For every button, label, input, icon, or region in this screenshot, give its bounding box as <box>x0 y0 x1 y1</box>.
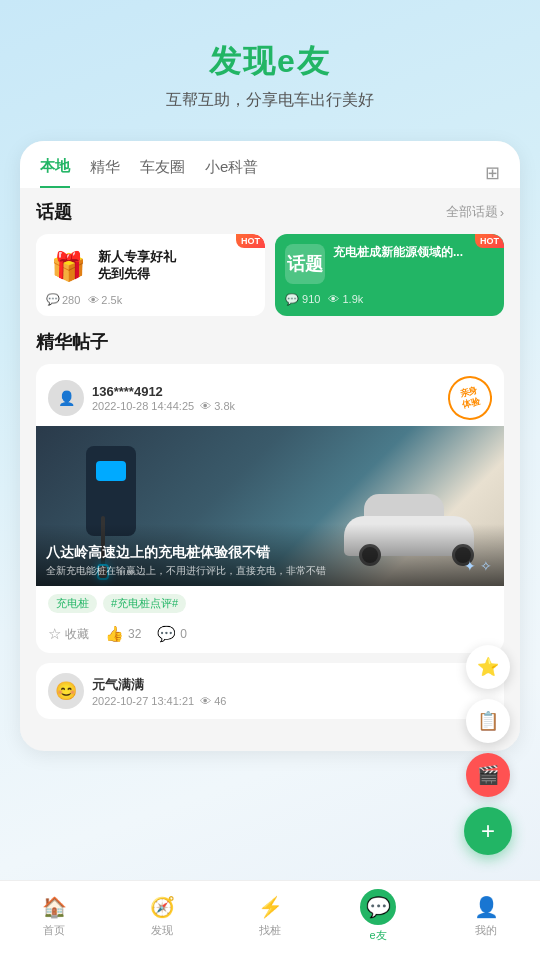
fab-video-icon: 🎬 <box>477 764 499 786</box>
main-card: 本地 精华 车友圈 小e科普 ⊞ 话题 全部话题 › HOT 🎁 新人专享好礼 <box>20 141 520 751</box>
topic-1-content: 🎁 新人专享好礼 先到先得 <box>46 244 255 288</box>
post-1-actions: ☆ 收藏 👍 32 💬 0 <box>36 619 504 653</box>
page-subtitle: 互帮互助，分享电车出行美好 <box>20 90 520 111</box>
fab-container: ⭐ 📋 🎬 + <box>464 645 512 855</box>
discover-icon: 🧭 <box>149 894 175 920</box>
fab-edit-button[interactable]: 📋 <box>466 699 510 743</box>
fab-edit-icon: 📋 <box>477 710 499 732</box>
tag-charge[interactable]: 充电桩 <box>48 594 97 613</box>
hot-badge-1: HOT <box>236 234 265 248</box>
topics-more-link[interactable]: 全部话题 › <box>446 203 504 221</box>
topic-1-title-line2: 先到先得 <box>98 266 176 283</box>
hot-badge-2: HOT <box>475 234 504 248</box>
nav-find-charge[interactable]: ⚡ 找桩 <box>216 894 324 938</box>
topic-2-stats: 💬 910 👁 1.9k <box>285 293 494 306</box>
topics-row: HOT 🎁 新人专享好礼 先到先得 💬 280 👁 2.5k HOT 话 <box>36 234 504 316</box>
comment-icon: 💬 <box>157 625 176 643</box>
header-section: 发现e友 互帮互助，分享电车出行美好 <box>0 0 540 131</box>
post-1-overlay: 八达岭高速边上的充电桩体验很不错 全新充电能桩在输赢边上，不用进行评比，直接充电… <box>36 524 504 586</box>
post-1-author: 136****4912 <box>92 384 440 399</box>
tab-science[interactable]: 小e科普 <box>205 158 258 187</box>
post-2-author: 元气满满 <box>92 676 492 694</box>
post-2-avatar: 😊 <box>48 673 84 709</box>
nav-efriend-label: e友 <box>369 928 386 943</box>
posts-title: 精华帖子 <box>36 330 108 354</box>
post-card-2[interactable]: 😊 元气满满 2022-10-27 13:41:21 👁 46 <box>36 663 504 719</box>
nav-profile-label: 我的 <box>475 923 497 938</box>
tab-bar: 本地 精华 车友圈 小e科普 ⊞ <box>20 141 520 188</box>
post-1-stamp: 亲身体验 <box>443 371 497 425</box>
nav-home-label: 首页 <box>43 923 65 938</box>
post-1-image: 八达岭高速边上的充电桩体验很不错 全新充电能桩在输赢边上，不用进行评比，直接充电… <box>36 426 504 586</box>
fab-star-icon: ⭐ <box>477 656 499 678</box>
page-title: 发现e友 <box>20 40 520 84</box>
nav-discover[interactable]: 🧭 发现 <box>108 894 216 938</box>
efriend-icon: 💬 <box>360 889 396 925</box>
like-button[interactable]: 👍 32 <box>105 625 141 643</box>
topic-2-label: 话题 <box>285 244 325 284</box>
nav-profile[interactable]: 👤 我的 <box>432 894 540 938</box>
tab-elite[interactable]: 精华 <box>90 158 120 187</box>
nav-home[interactable]: 🏠 首页 <box>0 894 108 938</box>
tab-car-circle[interactable]: 车友圈 <box>140 158 185 187</box>
fab-star-button[interactable]: ⭐ <box>466 645 510 689</box>
gift-icon: 🎁 <box>46 244 90 288</box>
home-icon: 🏠 <box>41 894 67 920</box>
tab-local[interactable]: 本地 <box>40 157 70 188</box>
post-1-time: 2022-10-28 14:44:25 👁 3.8k <box>92 400 440 412</box>
topic-2-title: 充电桩成新能源领域的... <box>333 244 463 261</box>
topic-1-title-line1: 新人专享好礼 <box>98 249 176 266</box>
charge-icon: ⚡ <box>257 894 283 920</box>
topic-1-stats: 💬 280 👁 2.5k <box>46 293 255 306</box>
topics-section-header: 话题 全部话题 › <box>36 200 504 224</box>
content-area: 话题 全部话题 › HOT 🎁 新人专享好礼 先到先得 💬 280 <box>20 188 520 741</box>
fab-video-button[interactable]: 🎬 <box>466 753 510 797</box>
fab-add-button[interactable]: + <box>464 807 512 855</box>
post-card-1: 👤 136****4912 2022-10-28 14:44:25 👁 3.8k… <box>36 364 504 653</box>
bottom-nav: 🏠 首页 🧭 发现 ⚡ 找桩 💬 e友 👤 我的 <box>0 880 540 960</box>
grid-icon[interactable]: ⊞ <box>485 162 500 184</box>
posts-section-header: 精华帖子 <box>36 330 504 354</box>
collect-button[interactable]: ☆ 收藏 <box>48 625 89 643</box>
sparkle-icon: ✦ ✧ <box>464 558 492 574</box>
post-1-overlay-desc: 全新充电能桩在输赢边上，不用进行评比，直接充电，非常不错 <box>46 564 494 578</box>
topic-card-gift[interactable]: HOT 🎁 新人专享好礼 先到先得 💬 280 👁 2.5k <box>36 234 265 316</box>
post-1-header: 👤 136****4912 2022-10-28 14:44:25 👁 3.8k… <box>36 364 504 426</box>
post-1-tags: 充电桩 #充电桩点评# <box>36 586 504 619</box>
like-icon: 👍 <box>105 625 124 643</box>
post-1-overlay-title: 八达岭高速边上的充电桩体验很不错 <box>46 544 494 562</box>
nav-discover-label: 发现 <box>151 923 173 938</box>
posts-section: 精华帖子 👤 136****4912 2022-10-28 14:44:25 👁… <box>36 330 504 719</box>
fab-add-icon: + <box>481 817 495 845</box>
topics-title: 话题 <box>36 200 72 224</box>
topic-card-charge[interactable]: HOT 话题 充电桩成新能源领域的... 💬 910 👁 1.9k <box>275 234 504 316</box>
tag-charge-review[interactable]: #充电桩点评# <box>103 594 186 613</box>
nav-charge-label: 找桩 <box>259 923 281 938</box>
star-icon: ☆ <box>48 625 61 643</box>
post-2-time: 2022-10-27 13:41:21 👁 46 <box>92 695 492 707</box>
profile-icon: 👤 <box>473 894 499 920</box>
comment-button[interactable]: 💬 0 <box>157 625 187 643</box>
nav-efriend[interactable]: 💬 e友 <box>324 889 432 943</box>
post-1-avatar: 👤 <box>48 380 84 416</box>
